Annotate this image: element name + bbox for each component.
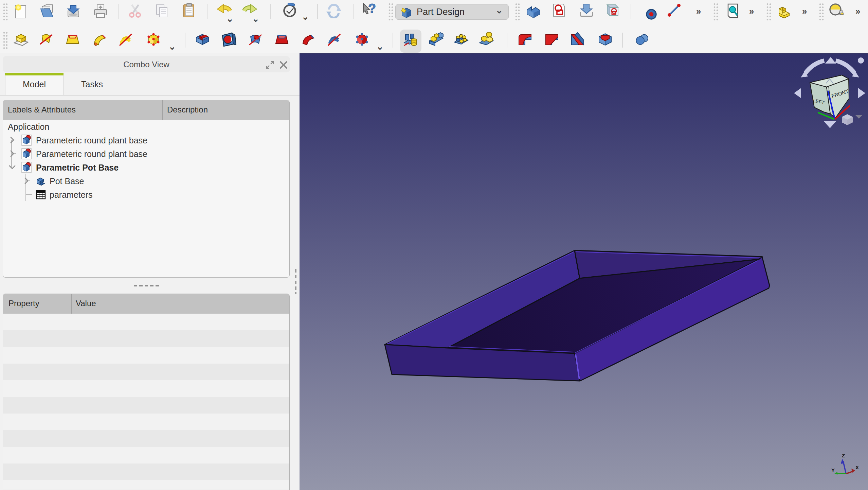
svg-text:Y: Y bbox=[831, 467, 835, 473]
svg-text:Z: Z bbox=[842, 453, 845, 458]
svg-text:X: X bbox=[855, 465, 859, 470]
